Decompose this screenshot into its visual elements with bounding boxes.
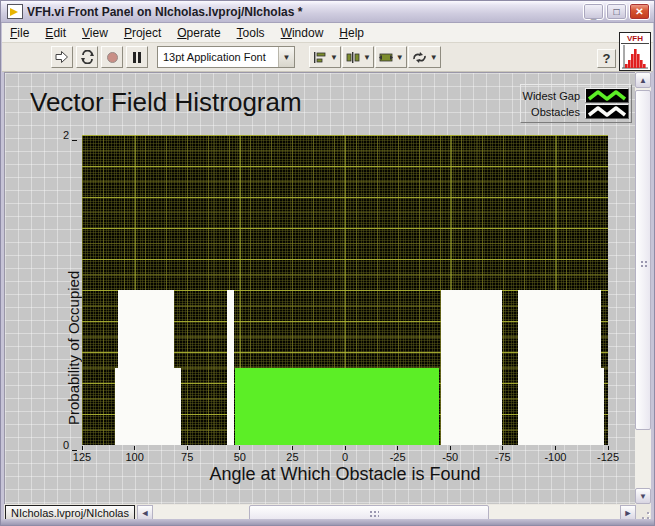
x-axis-label: Angle at Which Obstacle is Found — [82, 464, 608, 485]
menu-file[interactable]: File — [2, 24, 37, 42]
x-tick-label: -50 — [442, 451, 458, 463]
legend-label: Obstacles — [531, 106, 580, 118]
menu-bar: FileEditViewProjectOperateToolsWindowHel… — [2, 23, 653, 43]
window-title: VFH.vi Front Panel on NIcholas.lvproj/NI… — [27, 5, 581, 19]
bar-obstacles — [118, 290, 174, 445]
menu-project[interactable]: Project — [116, 24, 169, 42]
distribute-objects-icon — [345, 51, 361, 64]
reorder-icon — [411, 51, 428, 64]
x-tick-label: -25 — [390, 451, 406, 463]
vi-window-icon — [7, 4, 23, 19]
plot-legend[interactable]: Widest GapObstacles — [520, 84, 632, 123]
menu-tools[interactable]: Tools — [229, 24, 273, 42]
close-button[interactable]: ✕ — [629, 3, 650, 20]
vi-icon-label: VFH — [621, 34, 649, 44]
resize-objects-button[interactable]: ▼ — [375, 46, 407, 68]
x-tick-mark — [187, 446, 188, 450]
font-selector-value: 13pt Application Font — [158, 51, 278, 63]
menu-help[interactable]: Help — [331, 24, 372, 42]
thumb-grip — [640, 260, 648, 268]
vi-icon[interactable]: VFH — [619, 32, 651, 71]
x-axis: 1251007550250-25-50-75-100-125 — [82, 445, 608, 463]
menu-view[interactable]: View — [74, 24, 116, 42]
thumb-grip — [369, 510, 379, 518]
plot-area — [82, 135, 608, 445]
run-continuously-button[interactable] — [76, 46, 98, 68]
context-help-button[interactable]: ? — [597, 49, 616, 68]
x-tick-mark — [134, 446, 135, 450]
window-bottom-border — [1, 519, 654, 525]
abort-button[interactable] — [101, 46, 123, 68]
scroll-down-button[interactable]: ▼ — [635, 488, 651, 504]
run-button[interactable] — [51, 46, 73, 68]
legend-plot-style-icon[interactable] — [585, 88, 629, 103]
y-axis-label: Probability of Occupied — [65, 409, 82, 425]
x-tick-label: -75 — [495, 451, 511, 463]
legend-row-obstacles[interactable]: Obstacles — [523, 104, 629, 119]
scroll-down-icon: ▼ — [639, 492, 647, 501]
menu-operate[interactable]: Operate — [169, 24, 228, 42]
vertical-scroll-thumb[interactable] — [635, 90, 651, 430]
resize-dropdown-caret: ▼ — [396, 53, 404, 62]
reorder-button[interactable]: ▼ — [408, 46, 441, 68]
y-tick-label: 2 — [63, 129, 69, 141]
x-tick-mark — [502, 446, 503, 450]
x-tick-label: 0 — [342, 451, 348, 463]
bar-obstacles — [227, 290, 234, 445]
scroll-up-icon: ▲ — [639, 76, 647, 85]
bar-obstacles — [441, 290, 502, 445]
x-tick-label: -125 — [597, 451, 619, 463]
x-tick-mark — [345, 446, 346, 450]
x-tick-mark — [239, 446, 240, 450]
x-tick-mark — [292, 446, 293, 450]
font-selector[interactable]: 13pt Application Font ▼ — [157, 46, 295, 68]
labview-window: VFH.vi Front Panel on NIcholas.lvproj/NI… — [0, 0, 655, 526]
reorder-dropdown-caret: ▼ — [430, 53, 438, 62]
y-tick-mark — [72, 140, 77, 141]
front-panel: Vector Field Histrogram Widest GapObstac… — [4, 72, 637, 504]
x-tick-mark — [555, 446, 556, 450]
distribute-dropdown-caret: ▼ — [363, 53, 371, 62]
vertical-scrollbar[interactable]: ▲ ▼ — [635, 72, 651, 504]
y-tick-label: 0 — [63, 439, 69, 451]
legend-label: Widest Gap — [523, 90, 580, 102]
menu-window[interactable]: Window — [273, 24, 332, 42]
pause-icon — [133, 52, 141, 63]
x-tick-label: 125 — [73, 451, 91, 463]
x-tick-mark — [82, 446, 83, 450]
vi-icon-histogram — [621, 44, 649, 70]
abort-icon — [107, 52, 118, 63]
x-tick-mark — [608, 446, 609, 450]
x-tick-label: 25 — [286, 451, 298, 463]
bar-obstacles — [518, 290, 601, 445]
toolbar: 13pt Application Font ▼ ▼ ▼ — [2, 43, 653, 72]
resize-objects-icon — [378, 51, 394, 64]
x-tick-label: -100 — [544, 451, 566, 463]
run-arrow-icon — [55, 50, 69, 64]
bar-widest-gap — [235, 368, 439, 446]
scroll-right-icon: ► — [624, 508, 633, 518]
title-bar: VFH.vi Front Panel on NIcholas.lvproj/NI… — [1, 1, 654, 23]
align-dropdown-caret: ▼ — [330, 53, 338, 62]
x-tick-mark — [450, 446, 451, 450]
graph-title: Vector Field Histrogram — [30, 87, 302, 118]
minimize-button[interactable]: _ — [583, 3, 604, 20]
align-objects-icon — [312, 51, 328, 64]
x-tick-label: 75 — [181, 451, 193, 463]
legend-row-widest-gap[interactable]: Widest Gap — [523, 88, 629, 103]
distribute-objects-button[interactable]: ▼ — [342, 46, 374, 68]
run-continuously-icon — [80, 50, 95, 64]
x-tick-label: 50 — [234, 451, 246, 463]
font-selector-dropdown-icon[interactable]: ▼ — [278, 47, 294, 67]
maximize-button[interactable]: □ — [606, 3, 627, 20]
scroll-up-button[interactable]: ▲ — [635, 72, 651, 88]
align-objects-button[interactable]: ▼ — [309, 46, 341, 68]
menu-edit[interactable]: Edit — [37, 24, 74, 42]
x-tick-label: 100 — [125, 451, 143, 463]
legend-plot-style-icon[interactable] — [585, 104, 629, 119]
x-tick-mark — [397, 446, 398, 450]
pause-button[interactable] — [126, 46, 148, 68]
scroll-left-icon: ◄ — [141, 508, 150, 518]
